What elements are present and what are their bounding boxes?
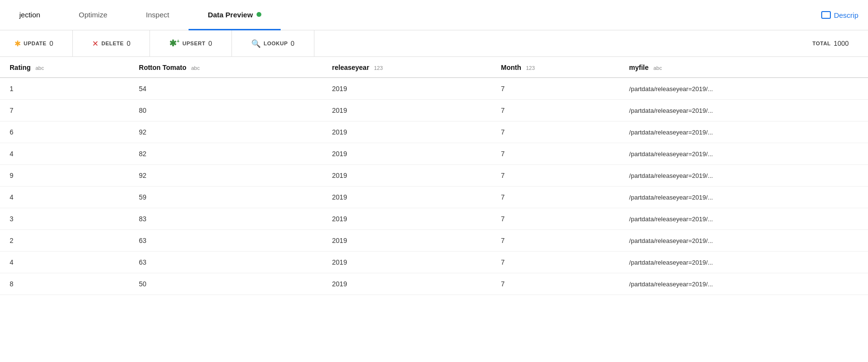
- rotton-tomato-cell: 63: [129, 230, 322, 252]
- month-cell: 7: [491, 273, 620, 295]
- comment-icon: [821, 11, 831, 19]
- lookup-label: LOOKUP: [264, 40, 288, 46]
- upsert-value: 0: [208, 40, 212, 47]
- rotton-tomato-cell: 50: [129, 273, 322, 295]
- data-table: Rating abc Rotton Tomato abc releaseyear…: [0, 57, 868, 295]
- myfile-cell: /partdata/releaseyear=2019/...: [620, 208, 868, 230]
- myfile-cell: /partdata/releaseyear=2019/...: [620, 230, 868, 252]
- col-releaseyear-label: releaseyear: [332, 64, 369, 71]
- month-cell: 7: [491, 252, 620, 273]
- update-label: UPDATE: [24, 40, 46, 46]
- description-label: Descrip: [834, 11, 858, 19]
- delete-icon: ✕: [92, 39, 98, 48]
- rating-cell: 4: [0, 143, 129, 165]
- delete-value: 0: [127, 40, 131, 47]
- top-nav: jection Optimize Inspect Data Preview De…: [0, 0, 868, 30]
- col-myfile-label: myfile: [629, 64, 649, 71]
- rotton-tomato-cell: 92: [129, 165, 322, 187]
- table-row: 38320197/partdata/releaseyear=2019/...: [0, 208, 868, 230]
- releaseyear-cell: 2019: [323, 273, 491, 295]
- myfile-cell: /partdata/releaseyear=2019/...: [620, 165, 868, 187]
- col-header-releaseyear: releaseyear 123: [323, 57, 491, 78]
- rotton-tomato-cell: 63: [129, 252, 322, 273]
- col-myfile-type: abc: [653, 65, 662, 71]
- col-header-month: Month 123: [491, 57, 620, 78]
- col-header-myfile: myfile abc: [620, 57, 868, 78]
- rotton-tomato-cell: 92: [129, 121, 322, 143]
- releaseyear-cell: 2019: [323, 208, 491, 230]
- tab-optimize[interactable]: Optimize: [59, 0, 126, 30]
- rating-cell: 4: [0, 252, 129, 273]
- stat-lookup: 🔍 LOOKUP 0: [232, 30, 314, 56]
- tab-injection[interactable]: jection: [0, 0, 59, 30]
- stats-bar: ✱ UPDATE 0 ✕ DELETE 0 ✱+ UPSERT 0 🔍 LOOK…: [0, 30, 868, 57]
- myfile-cell: /partdata/releaseyear=2019/...: [620, 273, 868, 295]
- month-cell: 7: [491, 230, 620, 252]
- rotton-tomato-cell: 80: [129, 100, 322, 121]
- table-header-row: Rating abc Rotton Tomato abc releaseyear…: [0, 57, 868, 78]
- stat-upsert: ✱+ UPSERT 0: [150, 30, 231, 56]
- col-header-rotton-tomato: Rotton Tomato abc: [129, 57, 322, 78]
- tab-data-preview-label: Data Preview: [208, 11, 253, 19]
- col-rating-label: Rating: [10, 64, 31, 71]
- rating-cell: 1: [0, 78, 129, 100]
- total-value: 1000: [834, 40, 849, 47]
- month-cell: 7: [491, 100, 620, 121]
- month-cell: 7: [491, 187, 620, 208]
- stat-total: TOTAL 1000: [793, 30, 858, 56]
- tab-inspect[interactable]: Inspect: [127, 0, 189, 30]
- releaseyear-cell: 2019: [323, 78, 491, 100]
- col-rating-type: abc: [35, 65, 44, 71]
- month-cell: 7: [491, 121, 620, 143]
- month-cell: 7: [491, 208, 620, 230]
- lookup-value: 0: [291, 40, 295, 47]
- update-icon: ✱: [14, 39, 21, 48]
- releaseyear-cell: 2019: [323, 121, 491, 143]
- rating-cell: 2: [0, 230, 129, 252]
- rotton-tomato-cell: 59: [129, 187, 322, 208]
- table-row: 45920197/partdata/releaseyear=2019/...: [0, 187, 868, 208]
- rotton-tomato-cell: 82: [129, 143, 322, 165]
- tab-inspect-label: Inspect: [146, 11, 169, 19]
- upsert-icon: ✱+: [169, 38, 179, 49]
- myfile-cell: /partdata/releaseyear=2019/...: [620, 252, 868, 273]
- table-row: 85020197/partdata/releaseyear=2019/...: [0, 273, 868, 295]
- releaseyear-cell: 2019: [323, 230, 491, 252]
- rating-cell: 6: [0, 121, 129, 143]
- myfile-cell: /partdata/releaseyear=2019/...: [620, 78, 868, 100]
- stat-delete: ✕ DELETE 0: [73, 30, 150, 56]
- releaseyear-cell: 2019: [323, 100, 491, 121]
- table-row: 15420197/partdata/releaseyear=2019/...: [0, 78, 868, 100]
- rating-cell: 8: [0, 273, 129, 295]
- month-cell: 7: [491, 165, 620, 187]
- rating-cell: 3: [0, 208, 129, 230]
- table-row: 48220197/partdata/releaseyear=2019/...: [0, 143, 868, 165]
- table-row: 78020197/partdata/releaseyear=2019/...: [0, 100, 868, 121]
- total-label: TOTAL: [813, 40, 831, 46]
- myfile-cell: /partdata/releaseyear=2019/...: [620, 143, 868, 165]
- rotton-tomato-cell: 54: [129, 78, 322, 100]
- col-month-type: 123: [526, 65, 535, 71]
- stat-insert: ✱ UPDATE 0: [10, 30, 73, 56]
- releaseyear-cell: 2019: [323, 165, 491, 187]
- table-row: 46320197/partdata/releaseyear=2019/...: [0, 252, 868, 273]
- rating-cell: 7: [0, 100, 129, 121]
- col-month-label: Month: [501, 64, 521, 71]
- delete-label: DELETE: [101, 40, 123, 46]
- data-preview-active-dot: [257, 12, 261, 17]
- rating-cell: 4: [0, 187, 129, 208]
- month-cell: 7: [491, 143, 620, 165]
- rating-cell: 9: [0, 165, 129, 187]
- releaseyear-cell: 2019: [323, 252, 491, 273]
- col-rotton-tomato-label: Rotton Tomato: [139, 64, 187, 71]
- tab-injection-label: jection: [19, 11, 40, 19]
- col-header-rating: Rating abc: [0, 57, 129, 78]
- myfile-cell: /partdata/releaseyear=2019/...: [620, 100, 868, 121]
- releaseyear-cell: 2019: [323, 143, 491, 165]
- data-table-container: Rating abc Rotton Tomato abc releaseyear…: [0, 57, 868, 362]
- myfile-cell: /partdata/releaseyear=2019/...: [620, 187, 868, 208]
- myfile-cell: /partdata/releaseyear=2019/...: [620, 121, 868, 143]
- update-value: 0: [49, 40, 53, 47]
- description-button[interactable]: Descrip: [821, 0, 868, 30]
- tab-data-preview[interactable]: Data Preview: [189, 0, 281, 30]
